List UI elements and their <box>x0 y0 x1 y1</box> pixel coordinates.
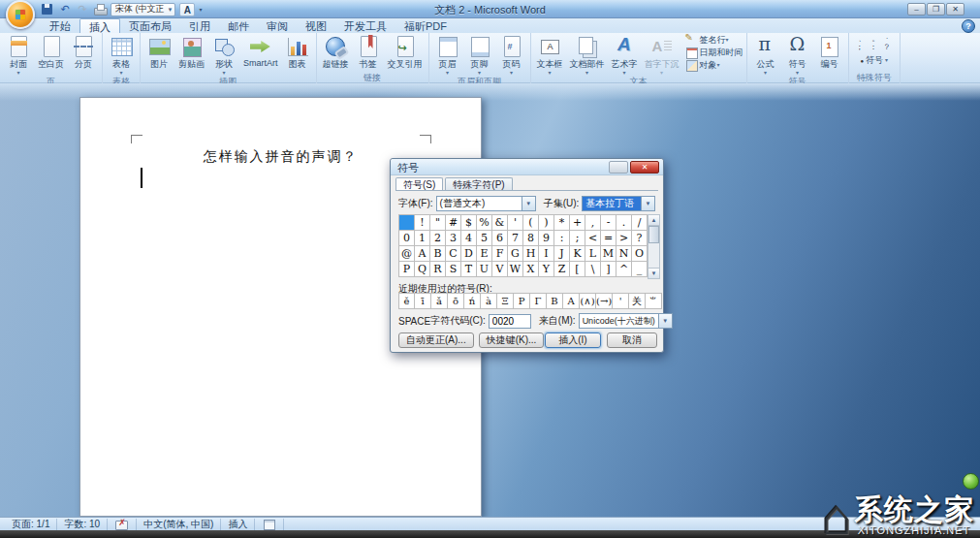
symbol-cell[interactable]: = <box>601 231 616 246</box>
symbol-cell[interactable]: * <box>554 215 570 231</box>
symbol-cell[interactable]: < <box>585 231 601 246</box>
symbol-cell[interactable]: M <box>601 246 616 262</box>
dialog-title-bar[interactable]: 符号 ✕ <box>391 159 663 175</box>
tab-引用[interactable]: 引用 <box>180 18 219 33</box>
from-select[interactable]: Unicode(十六进制) ▼ <box>579 313 673 329</box>
symbol-cell[interactable]: D <box>461 246 477 262</box>
symbol-cell[interactable]: Z <box>554 262 570 277</box>
ribbon-small-button[interactable]: 对象▾ <box>685 59 743 71</box>
symbol-cell[interactable]: 3 <box>446 231 461 246</box>
symbol-cell[interactable]: E <box>477 246 492 262</box>
tab-审阅[interactable]: 审阅 <box>258 18 297 33</box>
ribbon-button[interactable]: 超链接 <box>320 34 352 71</box>
ribbon-button[interactable]: 页眉▾ <box>432 34 463 76</box>
status-item[interactable]: 字数: 10 <box>57 519 108 530</box>
symbol-cell[interactable]: + <box>570 215 585 231</box>
ribbon-button[interactable]: 页脚▾ <box>464 34 495 76</box>
recent-symbol-cell[interactable]: ' <box>613 293 629 309</box>
status-item[interactable]: 插入 <box>221 519 255 530</box>
symbol-cell[interactable]: P <box>399 262 415 277</box>
symbol-grid-scrollbar[interactable]: ▲ ▼ <box>648 214 660 279</box>
symbol-cell[interactable]: , <box>585 215 601 231</box>
status-item[interactable]: 中文(简体, 中国) <box>137 519 221 530</box>
symbol-cell[interactable]: 6 <box>492 231 508 246</box>
ribbon-button[interactable]: 表格▾ <box>106 34 137 76</box>
symbol-cell[interactable]: ^ <box>616 262 632 277</box>
symbol-cell[interactable]: $ <box>461 215 477 231</box>
ribbon-button[interactable]: 编号 <box>814 34 845 71</box>
chevron-down-icon[interactable]: ▼ <box>658 314 672 328</box>
ribbon-button[interactable]: 空白页 <box>35 34 67 71</box>
subset-select[interactable]: 基本拉丁语 ▼ <box>582 196 655 211</box>
ribbon-button[interactable]: 封面▾ <box>3 34 34 76</box>
symbol-cell[interactable]: N <box>616 246 632 262</box>
tab-福昕PDF[interactable]: 福昕PDF <box>395 18 456 33</box>
office-button[interactable] <box>6 0 35 29</box>
symbol-cell[interactable]: J <box>554 246 570 262</box>
recent-symbol-cell[interactable]: (∧) <box>580 293 596 309</box>
recent-symbol-cell[interactable]: ī <box>415 293 431 309</box>
symbol-cell[interactable]: # <box>446 215 461 231</box>
symbol-cell[interactable]: " <box>430 215 446 231</box>
print-preview-icon[interactable] <box>93 3 107 16</box>
help-button[interactable]: ? <box>962 19 975 33</box>
symbol-cell[interactable]: ? <box>632 231 648 246</box>
grow-font-button[interactable]: A <box>179 3 195 16</box>
symbol-cell[interactable]: % <box>477 215 492 231</box>
recent-symbol-cell[interactable]: Α <box>563 293 580 309</box>
scroll-down-icon[interactable]: ▼ <box>648 268 659 278</box>
ribbon-button[interactable]: 书签 <box>353 34 384 71</box>
symbol-cell[interactable]: ; <box>570 231 585 246</box>
font-select[interactable]: (普通文本) ▼ <box>436 196 536 211</box>
symbol-cell[interactable]: I <box>539 246 554 262</box>
symbol-cell[interactable]: F <box>492 246 508 262</box>
special-symbol-row[interactable]: 、 。 · <box>858 34 890 43</box>
symbol-cell[interactable]: ] <box>601 262 616 277</box>
symbol-cell[interactable]: C <box>446 246 461 262</box>
symbol-cell[interactable]: 2 <box>430 231 446 246</box>
ribbon-button[interactable]: 形状▾ <box>208 34 239 76</box>
ribbon-button[interactable]: 公式▾ <box>750 34 781 76</box>
recent-symbol-cell[interactable]: (→) <box>596 293 613 309</box>
ribbon-button[interactable]: 文本框▾ <box>534 34 566 76</box>
tab-special-characters[interactable]: 特殊字符(P) <box>445 177 512 190</box>
symbol-cell[interactable]: L <box>585 246 601 262</box>
symbol-cell[interactable]: Y <box>539 262 554 277</box>
recent-symbol-cell[interactable]: ě <box>398 293 415 309</box>
symbol-cell[interactable]: X <box>523 262 539 277</box>
symbol-cell[interactable]: 7 <box>508 231 523 246</box>
symbol-cell[interactable]: & <box>492 215 508 231</box>
symbol-cell[interactable]: - <box>601 215 616 231</box>
ribbon-button[interactable]: 分页 <box>68 34 99 71</box>
recent-symbol-cell[interactable]: ǎ <box>431 293 448 309</box>
scrollbar-thumb[interactable] <box>648 226 659 243</box>
recent-symbol-cell[interactable]: Β <box>547 293 563 309</box>
symbol-cell[interactable]: 1 <box>415 231 430 246</box>
tab-邮件[interactable]: 邮件 <box>219 18 258 33</box>
font-name-box[interactable]: 宋体 (中文正 ▼ <box>111 3 175 16</box>
cancel-button[interactable]: 取消 <box>607 332 657 348</box>
tab-插入[interactable]: 插入 <box>79 18 120 33</box>
symbol-cell[interactable]: K <box>570 246 585 262</box>
proofing-error-status[interactable] <box>108 519 137 530</box>
symbol-cell[interactable]: A <box>415 246 430 262</box>
recent-symbol-cell[interactable]: à <box>481 293 497 309</box>
symbol-cell[interactable]: 5 <box>477 231 492 246</box>
ribbon-button[interactable]: 艺术字▾ <box>609 34 641 76</box>
ribbon-button[interactable]: 页码▾ <box>496 34 527 76</box>
insert-button[interactable]: 插入(I) <box>545 332 601 348</box>
ribbon-small-button[interactable]: 签名行▾ <box>685 34 743 46</box>
symbol-cell[interactable]: ( <box>523 215 539 231</box>
minimize-button[interactable]: – <box>907 3 926 16</box>
symbol-cell[interactable]: [ <box>570 262 585 277</box>
restore-button[interactable]: ❐ <box>927 3 945 16</box>
symbol-cell[interactable]: O <box>632 246 648 262</box>
symbol-cell[interactable]: B <box>430 246 446 262</box>
recent-symbol-cell[interactable]: Ρ <box>514 293 530 309</box>
symbol-cell[interactable]: Q <box>415 262 430 277</box>
symbol-cell[interactable]: 4 <box>461 231 477 246</box>
dialog-help-button[interactable] <box>609 161 628 174</box>
ribbon-button[interactable]: 交叉引用 <box>385 34 426 71</box>
recent-symbol-cell[interactable]: ń <box>464 293 481 309</box>
ribbon-button[interactable]: 剪贴画 <box>175 34 207 71</box>
